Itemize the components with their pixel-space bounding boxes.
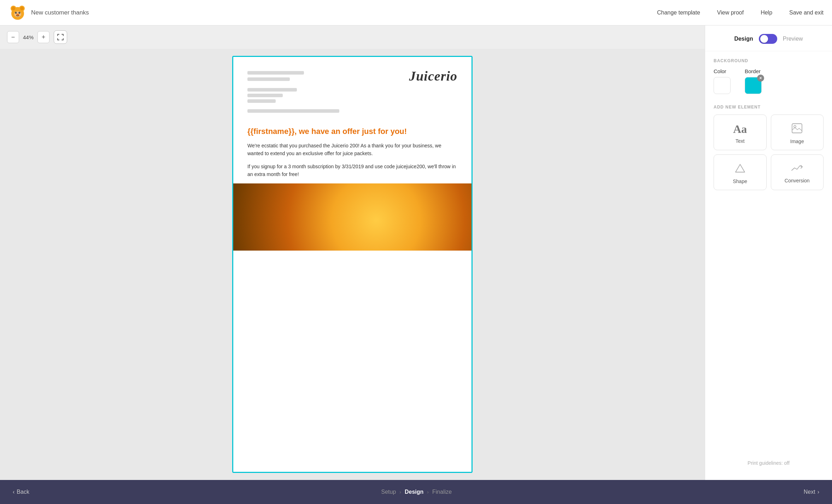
border-option: Border × — [745, 68, 762, 94]
text-element-label: Text — [736, 138, 745, 144]
save-exit-button[interactable]: Save and exit — [789, 10, 824, 16]
back-arrow-icon: ‹ — [13, 489, 14, 495]
brand-name-area: Juicerio — [409, 68, 457, 84]
canvas-toolbar: − 44% + — [0, 25, 705, 49]
element-grid: Aa Text Image — [714, 115, 824, 190]
image-element-icon — [792, 123, 802, 135]
fullscreen-icon — [57, 34, 64, 40]
canvas-scroll[interactable]: Juicerio {{firstname}}, we have an offer… — [0, 49, 705, 480]
fullscreen-button[interactable] — [54, 30, 67, 44]
background-section: BACKGROUND Color Border × — [705, 51, 832, 105]
view-proof-button[interactable]: View proof — [717, 10, 744, 16]
next-label: Next — [804, 489, 815, 495]
step-arrow-2: › — [427, 489, 429, 495]
email-inner: Juicerio {{firstname}}, we have an offer… — [233, 57, 471, 178]
step-finalize: Finalize — [432, 489, 452, 495]
color-swatch-cyan[interactable]: × — [745, 77, 762, 94]
text-line-1 — [247, 71, 304, 75]
address-lines — [247, 88, 339, 103]
divider-line — [247, 109, 339, 113]
background-section-title: BACKGROUND — [714, 58, 824, 63]
document-title: New customer thanks — [31, 9, 89, 16]
logo-area: New customer thanks — [8, 4, 89, 22]
body-paragraph-1: We're ecstatic that you purchased the Ju… — [247, 142, 457, 158]
breadcrumb-steps: Setup › Design › Finalize — [29, 489, 804, 495]
canvas-area: − 44% + — [0, 25, 705, 480]
text-line-2 — [247, 77, 290, 81]
body-paragraph-2: If you signup for a 3 month subscription… — [247, 163, 457, 178]
back-button[interactable]: ‹ Back — [13, 489, 29, 495]
bottom-bar: ‹ Back Setup › Design › Finalize Next › — [0, 480, 832, 504]
add-shape-card[interactable]: Shape — [714, 154, 767, 190]
print-guidelines: Print guidelines: off — [705, 453, 832, 473]
email-image — [233, 183, 471, 251]
text-element-icon: Aa — [733, 123, 747, 135]
text-line-3 — [247, 88, 297, 92]
back-label: Back — [17, 489, 29, 495]
step-setup: Setup — [381, 489, 396, 495]
bg-options-row: Color Border × — [714, 68, 824, 94]
add-element-section: ADD NEW ELEMENT Aa Text I — [705, 105, 832, 196]
email-preview: Juicerio {{firstname}}, we have an offer… — [232, 56, 473, 473]
bear-logo-icon — [8, 4, 27, 22]
shape-element-icon — [735, 163, 745, 175]
add-element-title: ADD NEW ELEMENT — [714, 105, 824, 110]
add-text-card[interactable]: Aa Text — [714, 115, 767, 150]
svg-point-12 — [794, 125, 796, 128]
text-line-4 — [247, 94, 283, 97]
swatch-remove-button[interactable]: × — [757, 75, 764, 82]
orange-image-visual — [233, 183, 471, 251]
svg-point-4 — [20, 7, 24, 10]
step-arrow-1: › — [399, 489, 401, 495]
main-area: − 44% + — [0, 25, 832, 480]
image-element-label: Image — [790, 139, 804, 144]
panel-toggle-row: Design Preview — [705, 25, 832, 51]
svg-point-9 — [16, 12, 17, 13]
svg-point-3 — [12, 7, 15, 10]
change-template-button[interactable]: Change template — [657, 10, 700, 16]
next-button[interactable]: Next › — [804, 489, 819, 495]
toggle-knob — [760, 35, 768, 43]
help-button[interactable]: Help — [761, 10, 772, 16]
brand-name: Juicerio — [409, 69, 457, 83]
color-option: Color — [714, 68, 731, 94]
step-design: Design — [405, 489, 423, 495]
top-header: New customer thanks Change template View… — [0, 0, 832, 25]
color-label: Color — [714, 68, 731, 74]
color-swatch-white[interactable] — [714, 77, 731, 94]
border-label: Border — [745, 68, 762, 74]
conversion-element-icon — [791, 163, 803, 174]
shape-element-label: Shape — [733, 178, 747, 184]
svg-rect-11 — [792, 124, 802, 133]
conversion-element-label: Conversion — [785, 178, 810, 183]
design-label: Design — [734, 36, 753, 42]
design-preview-toggle[interactable] — [759, 34, 777, 44]
zoom-out-button[interactable]: − — [7, 31, 19, 43]
svg-point-10 — [19, 12, 20, 13]
next-arrow-icon: › — [818, 489, 819, 495]
preview-label: Preview — [783, 36, 803, 42]
email-text-lines — [247, 71, 339, 81]
zoom-value: 44% — [22, 34, 35, 40]
offer-heading: {{firstname}}, we have an offer just for… — [247, 127, 457, 136]
zoom-in-button[interactable]: + — [37, 31, 49, 43]
address-second-block — [247, 88, 339, 103]
text-line-5 — [247, 99, 276, 103]
add-image-card[interactable]: Image — [771, 115, 824, 150]
email-address-block — [247, 68, 339, 113]
add-conversion-card[interactable]: Conversion — [771, 154, 824, 190]
email-header-row: Juicerio — [247, 68, 457, 118]
right-panel: Design Preview BACKGROUND Color Border × — [705, 25, 832, 480]
header-nav: Change template View proof Help Save and… — [657, 10, 824, 16]
